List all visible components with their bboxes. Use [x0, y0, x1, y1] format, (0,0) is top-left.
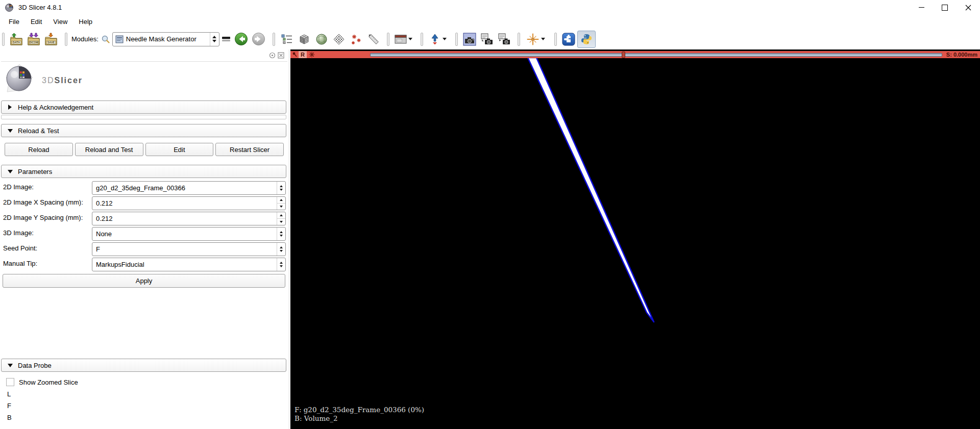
- toolbar-handle[interactable]: [273, 33, 275, 46]
- screenshot-button[interactable]: [461, 31, 478, 47]
- show-module-finder-button[interactable]: [278, 31, 296, 47]
- x-spacing-spinbox[interactable]: 0.212: [92, 196, 286, 210]
- spin-down-button[interactable]: [277, 218, 285, 225]
- combobox-value: g20_d2_35deg_Frame_00366: [92, 184, 277, 192]
- spin-up-icon: [280, 199, 283, 201]
- module-panel-header-strip: [1, 49, 287, 62]
- toolbar-handle[interactable]: [2, 33, 5, 46]
- python-icon: [580, 33, 593, 45]
- module-search-icon[interactable]: [101, 35, 110, 44]
- seed-point-combobox[interactable]: F: [92, 242, 286, 256]
- minimize-button[interactable]: [910, 0, 933, 15]
- maximize-button[interactable]: [933, 0, 957, 15]
- parameters-section[interactable]: Parameters: [1, 165, 286, 178]
- module-list-icon: [281, 34, 293, 45]
- combobox-spinner[interactable]: [277, 258, 285, 271]
- markups-module-button[interactable]: [348, 31, 365, 47]
- spin-up-icon: [280, 262, 283, 264]
- combobox-spinner[interactable]: [277, 243, 285, 256]
- apply-button[interactable]: Apply: [3, 274, 285, 288]
- toolbar-handle[interactable]: [421, 33, 423, 46]
- spin-down-button[interactable]: [277, 203, 285, 210]
- expanded-arrow-icon: [8, 170, 13, 173]
- menu-file[interactable]: File: [3, 16, 25, 28]
- module-back-button[interactable]: [233, 31, 250, 47]
- panel-close-icon[interactable]: [278, 52, 284, 59]
- menu-help[interactable]: Help: [73, 16, 98, 28]
- corner-annotation: F: g20_d2_35deg_Frame_00366 (0%) B: Volu…: [295, 406, 424, 423]
- layer-label-b: B: [7, 414, 12, 422]
- extensions-puzzle-icon: [562, 33, 575, 46]
- extensions-manager-button[interactable]: [560, 31, 577, 47]
- show-zoomed-slice-checkbox[interactable]: [6, 378, 14, 386]
- slice-visibility-icon[interactable]: [309, 52, 315, 58]
- scene-view-save-button[interactable]: [478, 31, 496, 47]
- restart-slicer-button[interactable]: Restart Slicer: [215, 143, 284, 156]
- menu-view[interactable]: View: [47, 16, 73, 28]
- manual-tip-combobox[interactable]: MarkupsFiducial: [92, 258, 286, 271]
- module-icon: [115, 35, 124, 43]
- slice-pin-icon[interactable]: [292, 52, 297, 57]
- spinbox-buttons[interactable]: [277, 212, 285, 225]
- combobox-spinner[interactable]: [277, 228, 285, 240]
- help-section-title: Help & Acknowledgement: [18, 104, 93, 111]
- toolbar-handle[interactable]: [387, 33, 389, 46]
- annotations-module-button[interactable]: [365, 31, 382, 47]
- panel-pin-icon[interactable]: [269, 52, 276, 59]
- reload-and-test-button[interactable]: Reload and Test: [75, 143, 143, 156]
- reload-test-section[interactable]: Reload & Test: [1, 124, 286, 137]
- volumes-module-button[interactable]: [296, 31, 313, 47]
- module-forward-button[interactable]: [250, 31, 267, 47]
- scene-view-camera-icon: [480, 33, 494, 46]
- title-bar: 3D Slicer 4.8.1: [0, 0, 980, 15]
- 2d-image-combobox[interactable]: g20_d2_35deg_Frame_00366: [92, 181, 286, 195]
- data-probe-section-title: Data Probe: [18, 362, 52, 369]
- spinbox-buttons[interactable]: [277, 197, 285, 210]
- module-history-button[interactable]: [219, 31, 233, 47]
- reload-button[interactable]: Reload: [5, 143, 73, 156]
- mouse-mode-button[interactable]: [426, 31, 451, 47]
- y-spacing-spinbox[interactable]: 0.212: [92, 212, 286, 225]
- edit-button[interactable]: Edit: [145, 143, 214, 156]
- layout-selector-button[interactable]: [393, 31, 416, 47]
- slice-offset-slider[interactable]: [370, 53, 942, 57]
- python-console-button[interactable]: [577, 31, 596, 48]
- module-selector-combobox[interactable]: Needle Mask Generator: [112, 32, 219, 46]
- menu-edit[interactable]: Edit: [25, 16, 47, 28]
- spin-up-button[interactable]: [277, 197, 285, 203]
- toolbar-handle[interactable]: [554, 33, 557, 46]
- model-sphere-icon: [315, 33, 328, 45]
- layer-label-f: F: [7, 402, 11, 410]
- expanded-arrow-icon: [8, 129, 13, 133]
- field-label: 3D Image:: [3, 229, 34, 237]
- crosshair-button[interactable]: [523, 31, 550, 47]
- toolbar-handle[interactable]: [455, 33, 458, 46]
- data-probe-section[interactable]: Data Probe: [1, 359, 286, 372]
- toolbar-handle[interactable]: [65, 33, 67, 46]
- window-title: 3D Slicer 4.8.1: [18, 4, 62, 11]
- save-button[interactable]: SAVE: [42, 31, 60, 47]
- dicom-folder-icon: DICOM: [27, 33, 41, 46]
- spin-up-button[interactable]: [277, 212, 285, 218]
- maximize-icon: [942, 5, 948, 11]
- 3d-image-combobox[interactable]: None: [92, 227, 286, 241]
- dicom-button[interactable]: DICOM: [25, 31, 42, 47]
- scene-view-restore-button[interactable]: [496, 31, 513, 47]
- red-slice-viewer[interactable]: R S: 0.000mm F: g20_d2_35deg_Frame_00366…: [290, 49, 980, 429]
- menu-bar: File Edit View Help: [0, 15, 980, 29]
- combobox-value: F: [92, 245, 277, 253]
- spin-down-icon: [280, 206, 283, 208]
- close-button[interactable]: [957, 0, 980, 15]
- reload-section-title: Reload & Test: [18, 127, 59, 135]
- combobox-spinner[interactable]: [277, 182, 285, 194]
- help-acknowledgement-section[interactable]: Help & Acknowledgement: [1, 100, 286, 114]
- scene-view-restore-camera-icon: [498, 33, 511, 46]
- slicer-logo-text: 3DSlicer: [42, 76, 83, 85]
- slider-handle[interactable]: [622, 52, 625, 58]
- transforms-module-button[interactable]: [330, 31, 348, 47]
- load-data-folder-icon: DATA: [9, 33, 23, 46]
- load-data-button[interactable]: DATA: [8, 31, 25, 47]
- module-selector-spinner[interactable]: [210, 33, 219, 46]
- models-module-button[interactable]: [313, 31, 330, 47]
- toolbar-handle[interactable]: [518, 33, 520, 46]
